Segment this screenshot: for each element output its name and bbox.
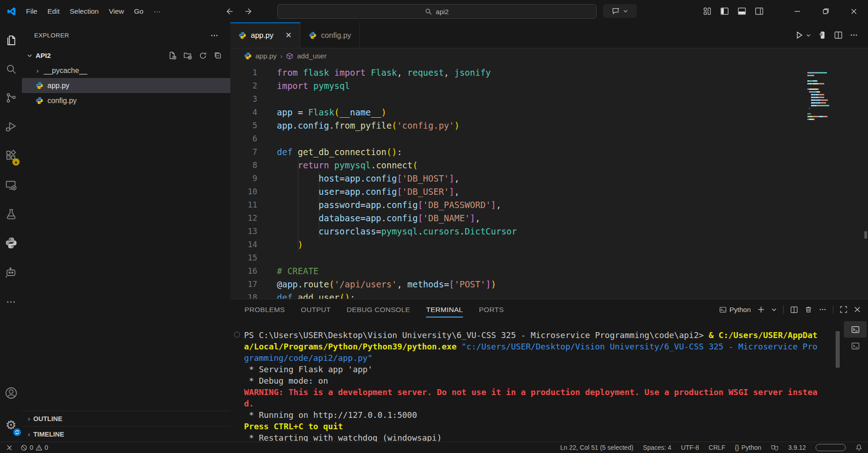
menu-go[interactable]: Go bbox=[129, 7, 149, 16]
more-actions-icon[interactable] bbox=[819, 306, 826, 313]
menu-selection[interactable]: Selection bbox=[65, 7, 104, 16]
run-button[interactable] bbox=[795, 31, 811, 40]
minimize-button[interactable] bbox=[783, 0, 811, 22]
terminal-shell-selector[interactable]: Python bbox=[719, 306, 751, 313]
code-line-11[interactable]: 11 password=app.config['DB_PASSWORD'], bbox=[230, 198, 868, 212]
indentation[interactable]: Spaces: 4 bbox=[643, 444, 671, 451]
collapse-all-icon[interactable] bbox=[214, 52, 222, 60]
workspace-root-row[interactable]: API2 bbox=[22, 48, 230, 63]
toggle-panel-icon[interactable] bbox=[737, 6, 747, 16]
code-line-15[interactable]: 15 bbox=[230, 251, 868, 265]
terminal-output[interactable]: PS C:\Users\USER\Desktop\Vision Universi… bbox=[244, 329, 817, 443]
file-label: app.py bbox=[47, 82, 69, 90]
maximize-panel-icon[interactable] bbox=[840, 306, 847, 313]
status-pill-button[interactable] bbox=[816, 444, 846, 451]
file-item-app.py[interactable]: app.py bbox=[22, 78, 230, 93]
minimap[interactable] bbox=[807, 67, 862, 116]
code-line-10[interactable]: 10 user=app.config['DB_USER'], bbox=[230, 185, 868, 198]
file-item-config.py[interactable]: config.py bbox=[22, 93, 230, 108]
remote-explorer-icon[interactable] bbox=[0, 176, 22, 195]
code-line-8[interactable]: 8 return pymysql.connect( bbox=[230, 159, 868, 172]
toggle-secondary-sidebar-icon[interactable] bbox=[754, 6, 764, 16]
copilot-button[interactable] bbox=[603, 4, 637, 18]
minimap-bar bbox=[819, 116, 822, 117]
source-control-icon[interactable] bbox=[0, 88, 22, 107]
section-outline[interactable]: ›OUTLINE bbox=[22, 411, 230, 426]
tab-app.py[interactable]: app.py✕ bbox=[230, 22, 301, 48]
chat-robot-icon[interactable] bbox=[0, 263, 22, 282]
eol-sequence[interactable]: CRLF bbox=[709, 444, 726, 451]
code-line-14[interactable]: 14 ) bbox=[230, 238, 868, 251]
account-icon[interactable] bbox=[0, 383, 22, 402]
language-mode[interactable]: {} Python bbox=[735, 444, 761, 451]
panel-tab-terminal[interactable]: TERMINAL bbox=[426, 299, 463, 320]
breadcrumb-file[interactable]: app.py bbox=[255, 52, 277, 60]
close-panel-icon[interactable] bbox=[854, 306, 861, 313]
file-item-__pycache__[interactable]: ›__pycache__ bbox=[22, 63, 230, 78]
section-timeline[interactable]: ›TIMELINE bbox=[22, 426, 230, 442]
search-icon[interactable] bbox=[0, 59, 22, 78]
masks-icon[interactable] bbox=[771, 444, 779, 451]
toggle-sidebar-icon[interactable] bbox=[720, 6, 729, 16]
encoding[interactable]: UTF-8 bbox=[681, 444, 699, 451]
code-line-1[interactable]: 1from flask import Flask, request, jsoni… bbox=[230, 66, 868, 79]
nav-forward-button[interactable] bbox=[244, 0, 254, 22]
menu-edit[interactable]: Edit bbox=[42, 7, 65, 16]
panel-tab-debug-console[interactable]: DEBUG CONSOLE bbox=[347, 299, 410, 320]
menu-overflow[interactable]: ··· bbox=[148, 7, 166, 16]
more-icon[interactable] bbox=[0, 292, 22, 312]
kill-terminal-icon[interactable] bbox=[805, 306, 812, 313]
new-file-icon[interactable] bbox=[168, 51, 177, 60]
remote-indicator-icon[interactable] bbox=[5, 444, 13, 451]
code-line-12[interactable]: 12 database=app.config['DB_NAME'], bbox=[230, 212, 868, 225]
code-line-2[interactable]: 2import pymysql bbox=[230, 79, 868, 93]
code-line-17[interactable]: 17@app.route('/api/users', methods=['POS… bbox=[230, 278, 868, 291]
new-terminal-icon[interactable] bbox=[757, 306, 765, 313]
extensions-icon[interactable]: ▲ bbox=[0, 146, 22, 165]
terminal-scrollbar[interactable] bbox=[836, 331, 840, 368]
panel-tab-ports[interactable]: PORTS bbox=[479, 299, 504, 320]
menu-file[interactable]: File bbox=[21, 7, 42, 16]
run-debug-icon[interactable] bbox=[0, 117, 22, 136]
testing-icon[interactable] bbox=[0, 204, 22, 224]
customize-layout-icon[interactable] bbox=[702, 6, 712, 16]
code-line-16[interactable]: 16# CREATE bbox=[230, 265, 868, 278]
nav-back-button[interactable] bbox=[224, 0, 234, 22]
python-icon[interactable] bbox=[0, 233, 22, 252]
chevron-down-icon[interactable] bbox=[771, 307, 777, 312]
new-folder-icon[interactable] bbox=[183, 51, 192, 60]
gear-file-icon[interactable] bbox=[818, 31, 827, 40]
more-actions-icon[interactable] bbox=[850, 31, 858, 39]
problems-indicator[interactable]: 0 0 bbox=[21, 444, 48, 451]
terminal-instance-active[interactable] bbox=[844, 321, 867, 338]
code-line-5[interactable]: 5app.config.from_pyfile('config.py') bbox=[230, 119, 868, 132]
code-line-13[interactable]: 13 cursorclass=pymysql.cursors.DictCurso… bbox=[230, 225, 868, 238]
notifications-bell-icon[interactable] bbox=[855, 444, 863, 451]
terminal-instance[interactable] bbox=[844, 338, 867, 354]
code-line-3[interactable]: 3 bbox=[230, 93, 868, 106]
code-line-9[interactable]: 9 host=app.config['DB_HOST'], bbox=[230, 172, 868, 185]
restore-button[interactable] bbox=[811, 0, 840, 22]
explorer-more-actions-icon[interactable] bbox=[210, 31, 218, 40]
settings-gear-icon[interactable]: ⚙ bbox=[0, 416, 22, 435]
breadcrumb[interactable]: app.py › add_user bbox=[230, 48, 868, 63]
search-input[interactable]: api2 bbox=[277, 4, 597, 19]
breadcrumb-symbol[interactable]: add_user bbox=[297, 52, 327, 60]
cursor-position[interactable]: Ln 22, Col 51 (5 selected) bbox=[560, 444, 633, 451]
code-editor[interactable]: 1from flask import Flask, request, jsoni… bbox=[230, 63, 868, 302]
tab-config.py[interactable]: config.py bbox=[301, 22, 360, 48]
code-line-4[interactable]: 4app = Flask(__name__) bbox=[230, 106, 868, 119]
panel-tab-output[interactable]: OUTPUT bbox=[301, 299, 331, 320]
split-editor-icon[interactable] bbox=[834, 31, 843, 40]
menu-view[interactable]: View bbox=[104, 7, 129, 16]
close-window-button[interactable] bbox=[840, 0, 868, 22]
code-line-6[interactable]: 6 bbox=[230, 132, 868, 146]
split-terminal-icon[interactable] bbox=[790, 306, 798, 314]
explorer-icon[interactable] bbox=[0, 31, 22, 50]
close-tab-icon[interactable]: ✕ bbox=[286, 31, 292, 40]
text-token: Flask bbox=[308, 107, 334, 117]
panel-tab-problems[interactable]: PROBLEMS bbox=[244, 299, 285, 320]
python-interpreter-version[interactable]: 3.9.12 bbox=[788, 444, 806, 451]
refresh-icon[interactable] bbox=[199, 52, 207, 60]
code-line-7[interactable]: 7def get_db_connection(): bbox=[230, 146, 868, 159]
